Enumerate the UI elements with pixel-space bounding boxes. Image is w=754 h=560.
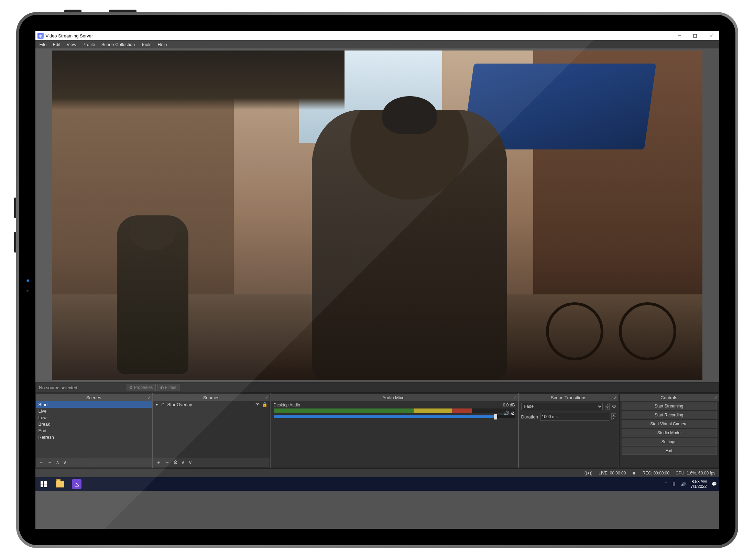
status-rec: REC: 00:00:00 bbox=[642, 471, 669, 475]
mixer-title: Audio Mixer bbox=[382, 395, 406, 400]
studio-mode-button[interactable]: Studio Mode bbox=[622, 429, 717, 437]
svg-rect-7 bbox=[44, 484, 47, 487]
minimize-button[interactable] bbox=[671, 31, 687, 40]
scene-item-refresh[interactable]: Refresh bbox=[36, 434, 152, 440]
controls-panel: Controls⤢ Start Streaming Start Recordin… bbox=[619, 393, 719, 468]
track-name: Desktop Audio bbox=[274, 403, 300, 407]
popout-icon[interactable]: ⤢ bbox=[265, 395, 268, 400]
record-icon: ⏺ bbox=[632, 471, 636, 475]
clock-date: 7/1/2022 bbox=[691, 484, 707, 489]
audio-mixer-panel: Audio Mixer⤢ Desktop Audio 0.0 dB bbox=[271, 393, 518, 468]
menu-profile[interactable]: Profile bbox=[80, 41, 98, 48]
transitions-panel: Scene Transitions⤢ Fade ▴▾ ⚙ Duration bbox=[519, 393, 619, 468]
taskbar: ˄ 🖥 🔊 8:58 AM 7/1/2022 💬 bbox=[35, 477, 719, 491]
filters-button[interactable]: ◐ Filters bbox=[157, 384, 179, 391]
duration-input[interactable] bbox=[540, 413, 609, 421]
svg-rect-4 bbox=[41, 481, 43, 484]
scene-up-button[interactable]: ∧ bbox=[56, 459, 59, 466]
gear-icon: ⚙ bbox=[129, 385, 133, 390]
file-explorer-button[interactable] bbox=[52, 477, 68, 491]
controls-title: Controls bbox=[660, 395, 677, 400]
tray-notifications-icon[interactable]: 💬 bbox=[712, 482, 717, 486]
scene-down-button[interactable]: ∨ bbox=[63, 459, 67, 466]
source-toolbar: No source selected ⚙ Properties ◐ Filter… bbox=[35, 382, 719, 393]
scene-item-end[interactable]: End bbox=[36, 427, 152, 434]
taskbar-clock[interactable]: 8:58 AM 7/1/2022 bbox=[691, 479, 707, 489]
chevron-down-icon[interactable]: ▾ bbox=[155, 402, 159, 407]
close-button[interactable] bbox=[703, 31, 719, 40]
properties-label: Properties bbox=[134, 385, 153, 390]
broadcast-icon: ((●)) bbox=[584, 471, 592, 475]
no-source-label: No source selected bbox=[36, 385, 125, 390]
minimize-icon bbox=[677, 34, 681, 38]
sources-title: Sources bbox=[203, 395, 220, 400]
menu-edit[interactable]: Edit bbox=[50, 41, 63, 48]
popout-icon[interactable]: ⤢ bbox=[513, 395, 516, 400]
source-settings-button[interactable]: ⚙ bbox=[173, 459, 178, 466]
menu-tools[interactable]: Tools bbox=[138, 41, 154, 48]
scene-add-button[interactable]: ＋ bbox=[39, 459, 44, 466]
menu-help[interactable]: Help bbox=[155, 41, 170, 48]
status-live: LIVE: 00:00:00 bbox=[599, 471, 626, 475]
popout-icon[interactable]: ⤢ bbox=[614, 395, 617, 400]
preview-area bbox=[35, 48, 719, 382]
maximize-button[interactable] bbox=[687, 31, 703, 40]
source-up-button[interactable]: ∧ bbox=[181, 459, 185, 466]
svg-rect-1 bbox=[693, 34, 697, 37]
status-cpu: CPU: 1.6%, 60.00 fps bbox=[676, 471, 715, 475]
lock-icon[interactable]: 🔒 bbox=[262, 402, 267, 407]
filters-label: Filters bbox=[165, 385, 176, 390]
scene-item-low[interactable]: Low bbox=[36, 414, 152, 421]
transitions-title: Scene Transitions bbox=[551, 395, 586, 400]
menu-view[interactable]: View bbox=[64, 41, 79, 48]
streaming-app-button[interactable] bbox=[68, 477, 85, 491]
menu-scene-collection[interactable]: Scene Collection bbox=[99, 41, 138, 48]
scene-remove-button[interactable]: － bbox=[47, 459, 52, 466]
duration-stepper[interactable]: ▴▾ bbox=[611, 413, 616, 420]
track-db: 0.0 dB bbox=[503, 403, 515, 407]
scene-item-break[interactable]: Break bbox=[36, 421, 152, 427]
svg-rect-6 bbox=[41, 484, 43, 487]
volume-slider[interactable] bbox=[274, 415, 515, 418]
window-title: Video Streaming Server bbox=[46, 33, 671, 38]
maximize-icon bbox=[693, 34, 697, 38]
duration-label: Duration bbox=[521, 414, 538, 419]
tray-monitor-icon[interactable]: 🖥 bbox=[672, 482, 676, 486]
tray-chevron-up-icon[interactable]: ˄ bbox=[665, 482, 667, 486]
sources-panel: Sources⤢ ▾ 🗀 StartOverlay 👁 🔒 ＋ － bbox=[153, 393, 270, 468]
menu-file[interactable]: File bbox=[37, 41, 50, 48]
app-icon: ◎ bbox=[37, 33, 44, 39]
menu-bar: File Edit View Profile Scene Collection … bbox=[35, 40, 719, 48]
video-preview[interactable] bbox=[52, 51, 702, 380]
source-item[interactable]: ▾ 🗀 StartOverlay 👁 🔒 bbox=[153, 401, 270, 408]
start-button[interactable] bbox=[35, 477, 52, 491]
scene-item-start[interactable]: Start bbox=[36, 401, 152, 408]
scene-item-live[interactable]: Live bbox=[36, 408, 152, 414]
properties-button[interactable]: ⚙ Properties bbox=[126, 384, 156, 391]
start-streaming-button[interactable]: Start Streaming bbox=[622, 402, 717, 410]
popout-icon[interactable]: ⤢ bbox=[147, 395, 151, 400]
svg-rect-5 bbox=[44, 481, 47, 484]
transition-stepper[interactable]: ▴▾ bbox=[605, 403, 610, 410]
audio-track: Desktop Audio 0.0 dB 🔊 ⚙ bbox=[271, 401, 518, 417]
cloud-icon bbox=[72, 479, 81, 489]
source-add-button[interactable]: ＋ bbox=[156, 459, 161, 466]
scenes-title: Scenes bbox=[86, 395, 101, 400]
windows-icon bbox=[41, 481, 47, 487]
folder-icon: 🗀 bbox=[161, 402, 165, 407]
source-remove-button[interactable]: － bbox=[165, 459, 170, 466]
source-name: StartOverlay bbox=[167, 402, 192, 407]
gear-icon[interactable]: ⚙ bbox=[612, 403, 616, 410]
exit-button[interactable]: Exit bbox=[622, 447, 717, 455]
start-virtual-camera-button[interactable]: Start Virtual Camera bbox=[622, 420, 717, 428]
clock-time: 8:58 AM bbox=[691, 479, 707, 484]
tray-volume-icon[interactable]: 🔊 bbox=[681, 482, 686, 486]
transition-select[interactable]: Fade bbox=[521, 403, 603, 410]
start-recording-button[interactable]: Start Recording bbox=[622, 411, 717, 419]
popout-icon[interactable]: ⤢ bbox=[714, 395, 717, 400]
scenes-panel: Scenes⤢ Start Live Low Break End Refresh… bbox=[35, 393, 152, 468]
source-down-button[interactable]: ∨ bbox=[188, 459, 192, 466]
visibility-toggle[interactable]: 👁 bbox=[255, 402, 260, 407]
settings-button[interactable]: Settings bbox=[622, 438, 717, 446]
folder-icon bbox=[56, 481, 64, 488]
